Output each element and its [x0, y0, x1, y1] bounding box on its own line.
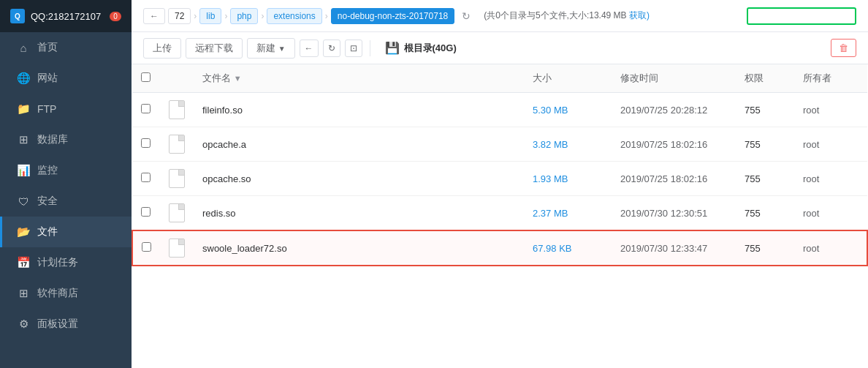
monitor-icon: 📊	[17, 164, 30, 177]
sidebar-item-monitor[interactable]: 📊监控	[0, 155, 132, 186]
sidebar-item-ftp[interactable]: 📁FTP	[0, 94, 132, 124]
row-checkbox-cell	[132, 127, 160, 162]
row-perm-cell: 755	[736, 162, 794, 196]
row-perm-cell: 755	[736, 93, 794, 127]
row-modified-cell: 2019/07/25 18:02:16	[612, 162, 736, 196]
sidebar-item-files[interactable]: 📂文件	[0, 217, 132, 247]
file-icon-3	[169, 203, 185, 222]
row-size-cell: 1.93 MB	[524, 162, 612, 196]
row-name-cell[interactable]: fileinfo.so	[194, 93, 524, 127]
sidebar-label-home: 首页	[37, 41, 58, 54]
file-icon-1	[169, 135, 185, 154]
col-owner-header: 所有者	[794, 64, 867, 93]
breadcrumb-lib[interactable]: lib	[199, 8, 221, 24]
main-content: ← 72 › lib › php › extensions › no-debug…	[132, 0, 868, 368]
row-checkbox-cell	[132, 93, 160, 127]
files-icon: 📂	[17, 225, 30, 239]
row-perm-cell: 755	[736, 230, 794, 266]
breadcrumb-zts[interactable]: no-debug-non-zts-20170718	[331, 8, 454, 24]
new-button[interactable]: 新建 ▼	[247, 38, 295, 59]
breadcrumb-extensions[interactable]: extensions	[267, 8, 321, 24]
sidebar-label-security: 安全	[37, 195, 58, 208]
sidebar-item-schedule[interactable]: 📅计划任务	[0, 247, 132, 278]
select-all-checkbox[interactable]	[141, 72, 151, 82]
ftp-icon: 📁	[17, 102, 30, 116]
sidebar-item-database[interactable]: ⊞数据库	[0, 124, 132, 155]
schedule-icon: 📅	[17, 256, 30, 269]
sidebar-item-settings[interactable]: ⚙面板设置	[0, 309, 132, 339]
home-icon: ⌂	[17, 42, 30, 54]
remote-download-button[interactable]: 远程下载	[186, 38, 243, 59]
col-modified-header: 修改时间	[612, 64, 736, 93]
col-icon-header	[160, 64, 194, 93]
settings-icon: ⚙	[17, 318, 30, 331]
website-icon: 🌐	[17, 72, 30, 85]
row-modified-cell: 2019/07/25 20:28:12	[612, 93, 736, 127]
row-owner-cell: root	[794, 196, 867, 231]
search-input[interactable]	[747, 7, 856, 25]
row-modified-cell: 2019/07/25 18:02:16	[612, 127, 736, 162]
nav-back-button[interactable]: ←	[300, 40, 319, 57]
sidebar: Q QQ:2182172107 0 ⌂首页🌐网站📁FTP⊞数据库📊监控🛡安全📂文…	[0, 0, 132, 368]
sidebar-item-security[interactable]: 🛡安全	[0, 186, 132, 217]
breadcrumb-php[interactable]: php	[230, 8, 258, 24]
delete-button[interactable]: 🗑	[831, 39, 856, 57]
toolbar: 上传 远程下载 新建 ▼ ← ↻ ⊡ 💾 根目录(40G) 🗑	[132, 32, 868, 64]
row-checkbox-cell	[132, 162, 160, 196]
username-label: QQ:2182172107	[31, 11, 101, 22]
file-icon-4	[169, 239, 185, 258]
row-modified-cell: 2019/07/30 12:30:51	[612, 196, 736, 231]
root-info: 💾 根目录(40G)	[385, 41, 457, 55]
sidebar-item-website[interactable]: 🌐网站	[0, 63, 132, 94]
col-name-header[interactable]: 文件名 ▼	[194, 64, 524, 93]
row-name-cell[interactable]: redis.so	[194, 196, 524, 231]
row-checkbox-3[interactable]	[141, 207, 151, 217]
sidebar-label-schedule: 计划任务	[37, 256, 78, 269]
database-icon: ⊞	[17, 133, 30, 146]
upload-button[interactable]: 上传	[143, 38, 181, 59]
table-row: redis.so 2.37 MB 2019/07/30 12:30:51 755…	[132, 196, 867, 231]
sidebar-header: Q QQ:2182172107 0	[0, 0, 132, 32]
row-owner-cell: root	[794, 127, 867, 162]
sidebar-label-appstore: 软件商店	[37, 287, 78, 300]
row-name-cell[interactable]: swoole_loader72.so	[194, 230, 524, 266]
sidebar-item-home[interactable]: ⌂首页	[0, 32, 132, 63]
row-perm-cell: 755	[736, 127, 794, 162]
sidebar-label-database: 数据库	[37, 133, 68, 146]
window-button[interactable]: ⊡	[345, 40, 362, 57]
row-name-cell[interactable]: opcache.a	[194, 127, 524, 162]
row-checkbox-cell	[132, 230, 160, 266]
table-row: opcache.a 3.82 MB 2019/07/25 18:02:16 75…	[132, 127, 867, 162]
nav-refresh-button[interactable]: ↻	[323, 40, 340, 57]
row-checkbox-2[interactable]	[141, 173, 151, 182]
row-modified-cell: 2019/07/30 12:33:47	[612, 230, 736, 266]
row-checkbox-0[interactable]	[141, 104, 151, 113]
sidebar-label-monitor: 监控	[37, 164, 58, 177]
table-row: swoole_loader72.so 67.98 KB 2019/07/30 1…	[132, 230, 867, 266]
row-checkbox-cell	[132, 196, 160, 231]
qq-icon: Q	[10, 9, 25, 23]
row-size-cell: 2.37 MB	[524, 196, 612, 231]
sidebar-label-website: 网站	[37, 72, 58, 85]
file-icon-2	[169, 169, 185, 188]
row-icon-cell	[160, 230, 194, 266]
back-button[interactable]: ←	[143, 8, 165, 24]
row-icon-cell	[160, 127, 194, 162]
row-owner-cell: root	[794, 93, 867, 127]
row-size-cell: 3.82 MB	[524, 127, 612, 162]
col-perm-header: 权限	[736, 64, 794, 93]
row-perm-cell: 755	[736, 196, 794, 231]
row-owner-cell: root	[794, 162, 867, 196]
get-link[interactable]: 获取)	[629, 10, 650, 20]
table-row: fileinfo.so 5.30 MB 2019/07/25 20:28:12 …	[132, 93, 867, 127]
root-label: 根目录(40G)	[404, 42, 457, 55]
refresh-button[interactable]: ↻	[457, 8, 475, 24]
col-size-header: 大小	[524, 64, 612, 93]
sidebar-item-appstore[interactable]: ⊞软件商店	[0, 278, 132, 309]
row-checkbox-4[interactable]	[142, 242, 151, 252]
row-name-cell[interactable]: opcache.so	[194, 162, 524, 196]
row-checkbox-1[interactable]	[141, 138, 151, 148]
table-header-row: 文件名 ▼ 大小 修改时间 权限 所有者	[132, 64, 867, 93]
row-icon-cell	[160, 162, 194, 196]
sidebar-nav: ⌂首页🌐网站📁FTP⊞数据库📊监控🛡安全📂文件📅计划任务⊞软件商店⚙面板设置	[0, 32, 132, 368]
